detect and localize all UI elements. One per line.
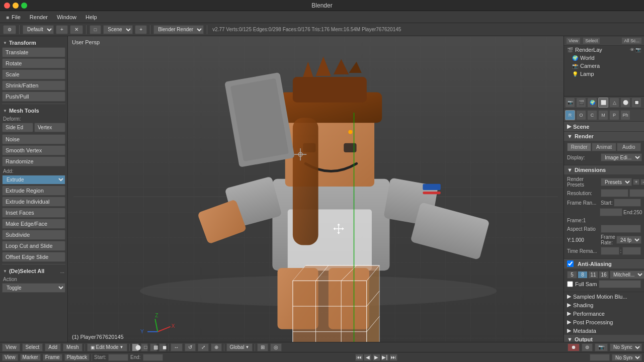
minimize-button[interactable] <box>13 3 19 9</box>
subdivide-btn[interactable]: Subdivide <box>2 230 65 240</box>
mesh-tools-collapse-arrow[interactable]: ▼ <box>3 109 7 113</box>
tab-anim[interactable]: Animat <box>592 143 616 151</box>
prev-frame-btn[interactable]: ◀ <box>364 354 372 361</box>
prop-icon-world[interactable]: 🌍 <box>587 98 597 108</box>
sync-select[interactable]: No Sync <box>610 343 642 351</box>
select-menu-btn[interactable]: Select <box>22 343 43 351</box>
timeline-frame-btn[interactable]: Frame <box>43 354 62 361</box>
record-btn[interactable]: ⏺ <box>568 343 580 351</box>
extrude-region-btn[interactable]: Extrude Region <box>2 186 65 196</box>
aa-num-16[interactable]: 16 <box>599 271 609 279</box>
prop-icon-physics[interactable]: Ph <box>620 110 630 120</box>
deselect-collapse-arrow[interactable]: ▼ <box>3 269 7 274</box>
vertex-btn[interactable]: Vertex <box>34 123 65 132</box>
side-ed-btn[interactable]: Side Ed <box>2 123 33 132</box>
viewport-wire-btn[interactable]: □ <box>141 343 148 351</box>
prop-icon-mesh[interactable]: △ <box>609 98 619 108</box>
rotate-btn[interactable]: Rotate <box>2 58 65 68</box>
extrude-select[interactable]: Extrude <box>2 175 65 185</box>
outliner-view-btn[interactable]: View <box>566 37 581 44</box>
timeline-view-btn[interactable]: View <box>2 354 18 361</box>
prop-icon-modifiers[interactable]: M <box>598 110 608 120</box>
scale-tool-btn[interactable]: ⤢ <box>198 343 209 351</box>
menu-item-file[interactable]: ■ File <box>2 13 25 21</box>
x-aspect-input[interactable]: X:1.000 <box>601 225 641 233</box>
maximize-button[interactable] <box>21 3 27 9</box>
renderlayer-cam-icon[interactable]: 📷 <box>635 47 641 52</box>
prop-performance[interactable]: ▶ Performance <box>564 309 644 318</box>
aa-num-8[interactable]: 8 <box>578 271 588 279</box>
tab-audio[interactable]: Audio <box>617 143 641 151</box>
display-select[interactable]: Image Edi... <box>601 153 642 161</box>
translate-btn[interactable]: Translate <box>2 47 65 57</box>
overlay-btn[interactable]: ⊚ <box>582 343 593 351</box>
global-select-btn[interactable]: Global ▼ <box>226 343 253 351</box>
mesh-menu-btn[interactable]: Mesh <box>63 343 82 351</box>
toolbar-layout-select[interactable]: Default <box>23 25 54 34</box>
toolbar-add-layout-btn[interactable]: + <box>56 25 68 34</box>
aa-num-5[interactable]: 5 <box>567 271 577 279</box>
outliner-item-camera[interactable]: 📸 Camera <box>564 62 644 70</box>
toolbar-close-layout-btn[interactable]: ✕ <box>70 25 83 34</box>
prop-icon-scene[interactable]: 🎬 <box>576 98 586 108</box>
viewport-texture-btn[interactable]: ▩ <box>150 343 157 351</box>
loop-cut-btn[interactable]: Loop Cut and Slide <box>2 241 65 251</box>
toggle-select[interactable]: Toggle <box>2 283 65 293</box>
prop-icon-render[interactable]: 📷 <box>565 98 575 108</box>
timeline-marker-btn[interactable]: Marker <box>20 354 41 361</box>
close-button[interactable] <box>4 3 10 9</box>
toolbar-mode-btn[interactable]: ⚙ <box>3 25 16 34</box>
scale-btn[interactable]: Scale <box>2 69 65 79</box>
toolbar-render-mode-btn[interactable]: □ <box>90 25 101 34</box>
prop-icon-render-tab[interactable]: R <box>565 110 575 120</box>
timeline-playback-btn[interactable]: Playback <box>64 354 90 361</box>
prop-metadata[interactable]: ▶ Metadata <box>564 326 644 335</box>
prop-output-header[interactable]: ▼ Output <box>564 335 644 342</box>
timeline-end-input[interactable]: 250 <box>143 354 163 361</box>
toolbar-engine-select[interactable]: Blender Render <box>153 25 204 34</box>
prop-scene-header[interactable]: ▶ Scene <box>564 122 644 131</box>
aa-num-11[interactable]: 11 <box>588 271 598 279</box>
timeline-start-input[interactable]: 1 <box>108 354 128 361</box>
menu-item-render[interactable]: Render <box>26 13 52 21</box>
offset-edge-btn[interactable]: Offset Edge Slide <box>2 252 65 262</box>
tab-render[interactable]: Render <box>567 143 591 151</box>
prop-post-processing[interactable]: ▶ Post Processing <box>564 318 644 326</box>
current-frame-input[interactable]: 1 <box>590 354 610 361</box>
prop-icon-particles[interactable]: P <box>609 110 619 120</box>
prop-dimensions-header[interactable]: ▼ Dimensions <box>564 165 644 174</box>
shrink-btn[interactable]: Shrink/Fatten <box>2 80 65 90</box>
outliner-all-scenes-btn[interactable]: All Sc... <box>621 37 642 44</box>
time-val-2-input[interactable]: 1 <box>622 247 641 255</box>
prop-sampled-motion[interactable]: ▶ Sampled Motion Blu... <box>564 292 644 301</box>
extrude-individual-btn[interactable]: Extrude Individual <box>2 197 65 207</box>
prop-aa-header[interactable]: Anti-Aliasing <box>564 259 644 268</box>
mode-select-btn[interactable]: ▣ Edit Mode ▼ <box>87 343 127 351</box>
jump-start-btn[interactable]: ⏮ <box>355 354 363 361</box>
prop-icon-material[interactable]: ⚪ <box>620 98 630 108</box>
frame-rate-select[interactable]: 24 fps <box>616 236 641 244</box>
aa-checkbox[interactable] <box>567 260 574 267</box>
make-edge-face-btn[interactable]: Make Edge/Face <box>2 219 65 229</box>
res-pct-input[interactable]: 50% <box>600 208 622 216</box>
inset-faces-btn[interactable]: Inset Faces <box>2 208 65 218</box>
prop-render-header[interactable]: ▼ Render <box>564 132 644 141</box>
render-visibility-btn[interactable]: 📷 <box>595 343 608 351</box>
sync-select[interactable]: No Sync <box>612 354 642 361</box>
transform-tool-btn[interactable]: ↔ <box>171 343 183 351</box>
menu-item-window[interactable]: Window <box>53 13 80 21</box>
smooth-vertex-btn[interactable]: Smooth Vertex <box>2 145 65 155</box>
add-preset-btn[interactable]: + <box>633 179 639 185</box>
res-y-input[interactable]: 1080 px <box>629 189 644 197</box>
toolbar-scene-select[interactable]: Scene <box>103 25 133 34</box>
view-menu-btn[interactable]: View <box>2 343 20 351</box>
noise-btn[interactable]: Noise <box>2 134 65 144</box>
viewport-solid-btn[interactable]: ⬤ <box>132 343 139 351</box>
prop-shading[interactable]: ▶ Shading <box>564 301 644 309</box>
prop-icon-constraints[interactable]: C <box>587 110 597 120</box>
play-btn[interactable]: ▶ <box>372 354 380 361</box>
next-frame-btn[interactable]: ▶| <box>381 354 389 361</box>
renderlayer-eye-icon[interactable]: 👁 <box>630 47 634 52</box>
full-sam-checkbox[interactable] <box>567 281 573 287</box>
toolbar-scene-add-btn[interactable]: + <box>135 25 147 34</box>
